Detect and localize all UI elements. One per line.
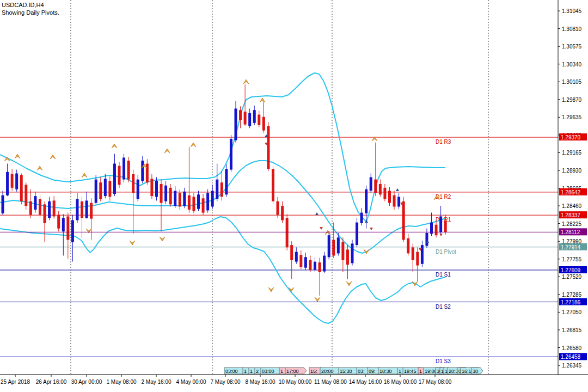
fractal-up-icon: [260, 98, 265, 102]
bollinger-upper-band: [0, 73, 445, 222]
bull-candle: [164, 181, 167, 204]
time-tick-label: 4 May 00:00: [176, 379, 206, 385]
candle-body: [304, 257, 307, 267]
time-tag-text: 03:: [358, 369, 365, 374]
time-tag[interactable]: 03:00: [224, 367, 246, 374]
time-tick-label: 26 Apr 16:00: [36, 379, 67, 385]
bull-candle: [425, 229, 428, 248]
time-tick-label: 11 May 08:00: [314, 379, 347, 385]
candle-body: [425, 233, 428, 246]
bear-candle: [412, 243, 414, 272]
bear-candle: [188, 147, 191, 212]
candle-body: [44, 204, 46, 223]
pivot-line-label: D1 S1: [436, 272, 451, 278]
bear-candle: [262, 101, 265, 133]
bull-candle: [253, 106, 256, 125]
candle-body: [188, 195, 191, 210]
candle-body: [402, 201, 405, 240]
time-tag-text: 1: [244, 369, 247, 374]
time-tick-label: 25 Apr 2018: [1, 379, 30, 385]
bull-candle: [235, 101, 237, 143]
fractal-up-icon: [50, 155, 56, 159]
candle-body: [421, 245, 424, 264]
price-badge-text: 1.26458: [561, 354, 581, 360]
time-tags[interactable]: 03:0011203:00117:0015:20:0015:3003:09:18…: [224, 367, 483, 374]
candle-body: [407, 238, 409, 254]
price-badge-text: 1.29370: [561, 134, 581, 140]
chart-area[interactable]: D1 R3D1 R2D1 R1D1 PivotD1 S1D1 S2D1 S31.…: [0, 0, 588, 392]
candle-body: [244, 112, 247, 125]
chart-header: USDCAD.ID,H4 Showing Daily Pivots.: [2, 1, 59, 16]
candle-body: [197, 194, 200, 209]
price-tick-label: 1.27755: [562, 256, 582, 262]
bollinger-bands: [0, 73, 445, 323]
price-tick-label: 1.27285: [562, 292, 582, 298]
bull-candle: [439, 206, 442, 235]
time-tag-text: 30: [473, 369, 478, 374]
candle-body: [183, 192, 186, 206]
time-tag-text: 1: [280, 369, 283, 374]
bear-candle: [281, 201, 284, 223]
candle-body: [85, 200, 88, 218]
time-tag[interactable]: 03:00: [261, 367, 282, 374]
candle-body: [146, 164, 149, 183]
price-tick-label: 1.26815: [562, 327, 582, 333]
bear-candle: [346, 245, 349, 279]
bull-candle: [113, 154, 116, 197]
time-tag-text: 09:: [369, 369, 376, 374]
candle-body: [155, 181, 158, 197]
candle-body: [412, 247, 414, 260]
pivot-line-label: D1 Pivot: [436, 249, 456, 255]
candle-body: [81, 201, 83, 218]
candle-body: [248, 113, 251, 126]
candle-body: [281, 206, 284, 220]
candle-body: [262, 117, 265, 131]
bull-candle: [2, 191, 4, 215]
time-tag[interactable]: 20:00: [320, 367, 341, 374]
bear-candle: [239, 106, 242, 128]
bear-candle: [44, 201, 46, 242]
price-tick-label: 1.31045: [562, 8, 582, 14]
candle-body: [211, 191, 214, 206]
candle-body: [444, 221, 447, 232]
bear-candle: [169, 184, 172, 207]
time-tag[interactable]: 18:30: [378, 367, 400, 374]
candle-body: [24, 185, 27, 206]
fractal-down-icon: [130, 241, 135, 245]
pivot-line-label: D1 S2: [436, 304, 451, 310]
time-tag-text: 17:00: [286, 369, 299, 374]
candle-body: [393, 195, 396, 207]
fractal-up-icon: [112, 144, 117, 148]
candle-body: [122, 157, 125, 179]
time-tag[interactable]: 17:00: [285, 367, 307, 374]
price-tick-label: 1.30340: [562, 62, 582, 68]
time-tag[interactable]: 30: [471, 367, 483, 374]
bull-candle: [304, 253, 307, 270]
time-tag-text: 1: [441, 369, 444, 374]
candle-body: [104, 179, 107, 196]
candle-body: [318, 262, 321, 272]
candle-body: [169, 188, 172, 204]
candle-body: [95, 180, 97, 203]
time-tick-label: 14 May 16:00: [349, 379, 382, 385]
price-tick-label: 1.30810: [562, 26, 582, 32]
time-tick-label: 30 Apr 00:00: [71, 379, 102, 385]
time-tag-text: 20:00: [321, 369, 334, 374]
candle-body: [132, 174, 134, 193]
candle-body: [108, 181, 111, 197]
candle-body: [137, 180, 139, 199]
candle-body: [388, 191, 391, 203]
candle-body: [365, 189, 367, 213]
bear-candle: [299, 250, 302, 270]
bull-candle: [230, 135, 232, 172]
candle-body: [323, 256, 326, 272]
bear-candle: [66, 213, 69, 259]
fractal-up-icon: [243, 79, 249, 84]
bull-candle: [15, 170, 18, 192]
price-badge-text: 1.27609: [561, 267, 581, 273]
fractal-down-icon: [268, 287, 274, 292]
bull-candle: [211, 185, 214, 209]
time-tick-label: 2 May 16:00: [141, 379, 171, 385]
fractal-up-icon: [325, 230, 330, 235]
price-badge-text: 1.28642: [561, 189, 581, 195]
